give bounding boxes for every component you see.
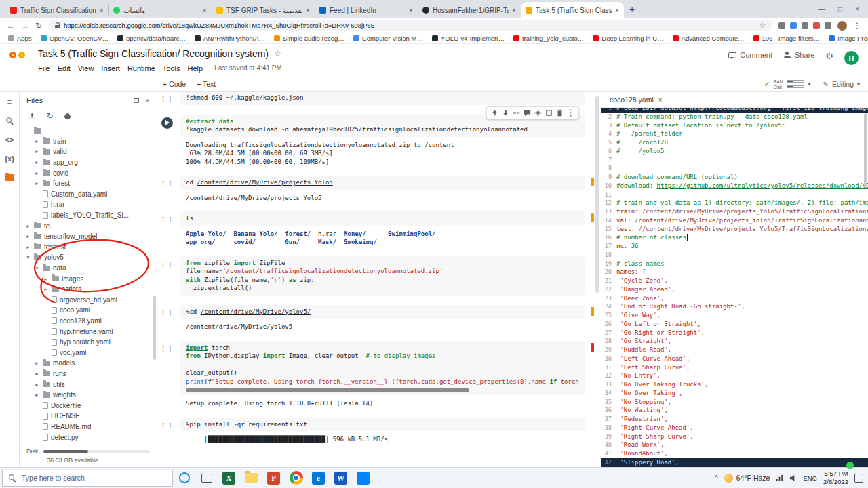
editor-line[interactable]: 20names: [ [601, 268, 868, 277]
editor-line[interactable]: 15test: //content/drive/MyDrive/projects… [601, 225, 868, 234]
star-icon[interactable]: ☆ [274, 49, 281, 58]
editor-tab[interactable]: coco128.yaml × [610, 96, 663, 104]
editor-line[interactable]: 33 'No Over Taking Trucks', [601, 380, 868, 389]
file-tree-item-dockerfile[interactable]: Dockerfile [20, 400, 157, 411]
file-tree-item-coco-yaml[interactable]: coco.yaml [20, 305, 157, 316]
bookmark-item[interactable]: 106 - Image filters… [753, 35, 821, 42]
cell-run-prompt[interactable]: [ ] [161, 256, 180, 268]
editor-line[interactable]: 30 'Left Curve Ahead', [601, 354, 868, 363]
extension-icon[interactable] [778, 22, 785, 29]
editor-line[interactable]: 7 [601, 156, 868, 165]
tree-arrow-icon[interactable]: ▸ [34, 392, 40, 398]
tree-arrow-icon[interactable]: ▸ [25, 223, 31, 229]
editor-line[interactable]: 9# download command/URL (optional) [601, 173, 868, 182]
forward-icon[interactable]: → [21, 22, 29, 30]
network-icon[interactable] [776, 474, 783, 482]
taskbar-excel-button[interactable]: X [218, 468, 240, 488]
menu-edit[interactable]: Edit [58, 64, 71, 73]
tab-close-icon[interactable]: × [100, 6, 104, 14]
browser-profile-avatar[interactable] [837, 21, 847, 30]
extension-icon[interactable] [825, 22, 831, 29]
tree-arrow-icon[interactable]: ▸ [43, 276, 49, 282]
taskbar-word-button[interactable]: W [330, 468, 352, 488]
tree-arrow-icon[interactable]: ▸ [43, 286, 49, 292]
bookmark-item[interactable]: opencv/data/haarc… [117, 35, 186, 42]
close-panel-icon[interactable]: × [146, 96, 150, 104]
file-tree-item-images[interactable]: ▸images [20, 273, 157, 284]
tree-arrow-icon[interactable]: ▾ [34, 265, 40, 271]
editor-line[interactable]: 41 'RoundAbout', [601, 449, 868, 458]
extension-icon[interactable] [802, 22, 808, 29]
code-editor-area[interactable]: %cd /content/drive/MyDrive/yolov5/ [180, 305, 585, 319]
taskbar-chrome-button[interactable] [285, 468, 307, 488]
bookmark-item[interactable]: OpenCV: OpenCV… [41, 35, 108, 42]
user-avatar[interactable]: H [844, 51, 859, 65]
cell-run-prompt[interactable]: [ ] [161, 211, 180, 223]
rail-code-snippets-icon[interactable]: <> [5, 134, 14, 145]
taskbar-file-explorer-button[interactable] [240, 468, 262, 488]
add-code-button[interactable]: + Code [163, 80, 186, 88]
editor-line[interactable]: 22 'Danger Ahead', [601, 285, 868, 294]
file-tree-item-labels-yolo-traffic-si[interactable]: labels_YOLO_Traffic_Si... [20, 210, 157, 221]
file-tree-item-readme-md[interactable]: README.md [20, 422, 157, 432]
colab-logo-icon[interactable] [9, 50, 33, 65]
tab-close-icon[interactable]: × [306, 6, 310, 14]
rail-files-icon[interactable] [5, 172, 14, 183]
editor-line[interactable]: 14val: /content/drive/MyDrive/projects_Y… [601, 216, 868, 225]
file-tree-item-yolov5[interactable]: ▾yolov5 [20, 252, 157, 263]
link-icon[interactable] [512, 108, 521, 117]
editor-line[interactable]: 37 'Pedestrian', [601, 415, 868, 424]
tree-arrow-icon[interactable]: ▸ [34, 180, 40, 186]
last-saved-link[interactable]: Last saved at 4:41 PM [214, 64, 282, 72]
tab-close-icon[interactable]: × [409, 6, 413, 14]
window-minimize-button[interactable]: — [818, 5, 825, 13]
code-editor-area[interactable]: cd /content/drive/MyDrive/projects_Yolo5 [180, 176, 585, 190]
bookmark-item[interactable]: Simple audio recog… [274, 35, 344, 42]
move-up-icon[interactable] [490, 108, 499, 117]
rail-find-replace-icon[interactable] [6, 115, 14, 126]
new-tab-button[interactable]: + [629, 4, 635, 15]
tree-arrow-icon[interactable]: ▸ [34, 360, 40, 366]
editor-line[interactable]: 16# number of classes [601, 233, 868, 242]
delete-icon[interactable] [555, 108, 564, 117]
cell-run-prompt[interactable]: [ ] [161, 305, 180, 317]
editor-line[interactable]: 32 'No Entry', [601, 371, 868, 380]
cell-run-prompt[interactable]: [ ] [161, 176, 180, 187]
file-tree-item-voc-yaml[interactable]: voc.yaml [20, 347, 157, 358]
comment-button[interactable]: Comment [728, 51, 772, 59]
file-tree-item-h-rar[interactable]: h.rar [20, 199, 157, 210]
editor-line[interactable]: 13train: /content/drive/MyDrive/projects… [601, 207, 868, 216]
settings-icon[interactable] [534, 108, 542, 117]
bookmark-star-icon[interactable]: ☆ [760, 22, 766, 29]
browser-tab[interactable]: Feed | LinkedIn× [315, 2, 418, 18]
editor-line[interactable]: 10#download: https://github.com/ultralyt… [601, 182, 868, 190]
taskbar-edge-button[interactable]: e [307, 468, 330, 488]
volume-icon[interactable] [789, 474, 797, 482]
notebook-scrollbar[interactable] [595, 96, 599, 293]
file-tree-item-runs[interactable]: ▸runs [20, 369, 157, 380]
menu-tools[interactable]: Tools [163, 64, 180, 73]
file-tree-item-covid[interactable]: ▸covid [20, 167, 157, 178]
weather-widget[interactable]: 64°F Haze [724, 474, 770, 483]
code-editor-area[interactable]: ls [180, 211, 585, 226]
more-icon[interactable] [566, 108, 575, 117]
editor-line[interactable]: 12# train and val data as 1) directory: … [601, 199, 868, 207]
extension-icon[interactable] [790, 22, 797, 29]
editor-line[interactable]: 21 'Cycle Zone', [601, 277, 868, 285]
refresh-icon[interactable]: ↻ [45, 112, 54, 121]
tree-arrow-icon[interactable]: ▸ [25, 244, 31, 250]
file-tree-item-partial[interactable] [20, 125, 157, 136]
menu-runtime[interactable]: Runtime [127, 64, 155, 73]
editor-line[interactable]: 11 [601, 190, 868, 199]
file-tree-item-valid[interactable]: ▸valid [20, 146, 157, 157]
bookmark-item[interactable]: Image Processing i… [829, 35, 868, 42]
taskbar-search-box[interactable]: Type here to search [2, 470, 173, 487]
editor-line[interactable]: 25 'Give Way', [601, 311, 868, 320]
editor-line[interactable]: 4# /parent_folder [601, 129, 868, 138]
editor-line[interactable]: 40 'Road Work', [601, 441, 868, 449]
editor-line[interactable]: 19# class names [601, 260, 868, 268]
code-editor-area[interactable]: from zipfile import ZipFilefile_name='/c… [180, 256, 585, 296]
bookmark-item[interactable]: Advanced Compute… [673, 35, 745, 42]
file-tree-item-te[interactable]: ▸te [20, 220, 157, 231]
cell-run-prompt[interactable]: [ ] [161, 92, 180, 102]
